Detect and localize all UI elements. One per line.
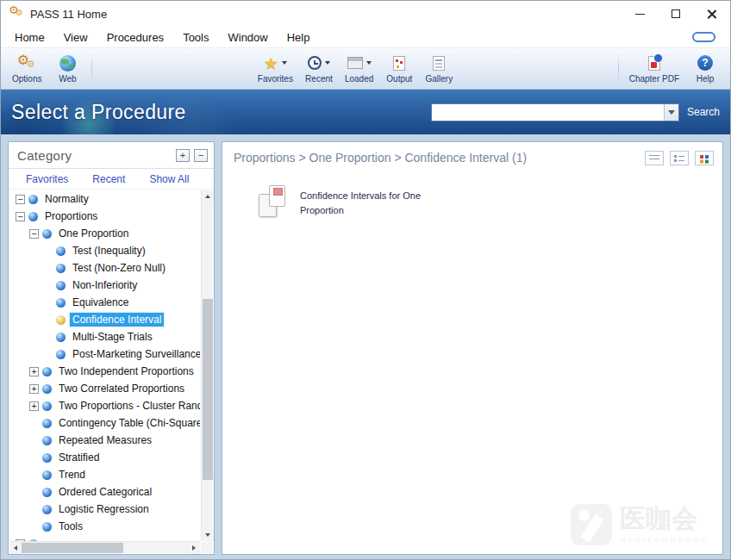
tree-item[interactable]: +Two Independent Proportions: [10, 363, 200, 380]
tree-item[interactable]: −Normality: [10, 190, 200, 208]
search-button[interactable]: Search: [687, 106, 720, 118]
tree-item-label[interactable]: Test (Inequality): [70, 244, 148, 258]
tab-show-all[interactable]: Show All: [149, 173, 189, 185]
tree-item[interactable]: Trend: [10, 466, 200, 483]
procedure-item[interactable]: Confidence Intervals for One Proportion: [259, 185, 436, 220]
procedure-document-icon: [259, 185, 288, 220]
close-button[interactable]: [694, 1, 730, 27]
tree-item-label[interactable]: Two Independent Proportions: [56, 364, 197, 378]
tree-item-label[interactable]: Confidence Interval: [70, 313, 164, 327]
category-title: Category: [17, 148, 172, 163]
toolbar-favorites-button[interactable]: ★ Favorites: [252, 51, 299, 86]
toolbar-loaded-button[interactable]: Loaded: [339, 51, 379, 86]
maximize-button[interactable]: [658, 1, 694, 27]
collapse-icon[interactable]: −: [29, 229, 39, 239]
collapse-all-button[interactable]: −: [194, 149, 208, 162]
toolbar-recent-button[interactable]: Recent: [299, 51, 339, 86]
tree-item[interactable]: −One Proportion: [10, 225, 200, 242]
tree-bullet-icon: [42, 470, 52, 480]
combo-dropdown-button[interactable]: [664, 104, 678, 121]
tree-item-label[interactable]: Repeated Measures: [56, 433, 154, 447]
collapse-icon[interactable]: −: [16, 195, 25, 204]
search-input[interactable]: [432, 104, 664, 121]
tree-item[interactable]: Test (Non-Zero Null): [10, 259, 200, 277]
menu-help[interactable]: Help: [278, 28, 320, 47]
menu-window[interactable]: Window: [218, 28, 277, 47]
toolbar-chapter-pdf-button[interactable]: Chapter PDF: [623, 51, 685, 86]
star-icon: ★: [264, 55, 278, 72]
details-view-button[interactable]: [645, 151, 664, 165]
tab-favorites[interactable]: Favorites: [26, 173, 68, 185]
expander-spacer: [43, 264, 53, 273]
tree-item-label[interactable]: Non-Inferiority: [70, 278, 140, 292]
tree-bullet-icon: [42, 453, 52, 463]
tree-item[interactable]: −Proportions: [10, 208, 200, 225]
dropdown-arrow-icon[interactable]: [325, 61, 330, 65]
tree-item[interactable]: Contingency Table (Chi-Square): [10, 414, 200, 432]
tree-item-label[interactable]: Test (Non-Zero Null): [70, 261, 168, 275]
toolbar-gallery-button[interactable]: Gallery: [419, 51, 459, 86]
menu-home[interactable]: Home: [5, 28, 54, 47]
tree-item[interactable]: Ordered Categorical: [10, 483, 200, 501]
toolbar-help-button[interactable]: ? Help: [685, 51, 725, 86]
page-title: Select a Procedure: [11, 101, 186, 124]
tree-item[interactable]: Confidence Interval: [10, 311, 200, 328]
tree-item-label[interactable]: Trend: [56, 468, 88, 482]
tree-item[interactable]: Test (Inequality): [10, 242, 200, 259]
tree-item[interactable]: Equivalence: [10, 294, 200, 311]
tree-item[interactable]: Stratified: [10, 449, 200, 466]
tree-item[interactable]: −: [10, 535, 200, 541]
tree-item[interactable]: Non-Inferiority: [10, 277, 200, 294]
tree-item-label[interactable]: Two Correlated Proportions: [56, 382, 187, 395]
tree-item[interactable]: Repeated Measures: [10, 432, 200, 449]
scroll-left-button[interactable]: [9, 542, 22, 554]
tree-item-label[interactable]: Stratified: [56, 451, 102, 464]
tree-item[interactable]: Logistic Regression: [10, 501, 200, 518]
dropdown-arrow-icon[interactable]: [366, 61, 372, 65]
expander-spacer: [29, 505, 39, 514]
menu-view[interactable]: View: [54, 28, 97, 47]
horizontal-scrollbar[interactable]: [9, 541, 200, 553]
tree-item-label[interactable]: One Proportion: [56, 227, 131, 240]
tree-item-label[interactable]: Tools: [56, 520, 85, 533]
dropdown-arrow-icon[interactable]: [282, 61, 287, 65]
toolbar-web-button[interactable]: Web: [47, 51, 87, 86]
vertical-scrollbar[interactable]: [201, 190, 213, 541]
search-combobox: [431, 103, 679, 121]
tree-bullet-icon: [56, 333, 66, 342]
tree-bullet-icon: [42, 522, 52, 532]
expand-icon[interactable]: +: [29, 367, 39, 376]
tree-item-label[interactable]: Normality: [42, 192, 91, 206]
tree-item-label[interactable]: Proportions: [42, 209, 100, 223]
tree-item-label[interactable]: Two Proportions - Cluster Random: [56, 399, 200, 413]
minimize-button[interactable]: [622, 1, 658, 27]
list-view-button[interactable]: [670, 151, 689, 165]
menu-tools[interactable]: Tools: [173, 28, 218, 47]
tree-item-label[interactable]: Ordered Categorical: [56, 485, 154, 499]
tree-item-label[interactable]: Contingency Table (Chi-Square): [56, 416, 200, 430]
tree-item[interactable]: Post-Marketing Surveillance: [10, 345, 200, 363]
tree-item-label[interactable]: Logistic Regression: [56, 502, 152, 516]
expand-all-button[interactable]: +: [176, 149, 190, 162]
scroll-down-button[interactable]: [202, 529, 214, 541]
expand-icon[interactable]: +: [29, 401, 39, 411]
tree-item-label[interactable]: Multi-Stage Trials: [70, 330, 155, 344]
icons-view-button[interactable]: [695, 151, 714, 165]
menu-procedures[interactable]: Procedures: [97, 28, 173, 47]
scroll-up-button[interactable]: [202, 190, 214, 202]
tree-item[interactable]: +Two Proportions - Cluster Random: [10, 397, 200, 414]
toolbar-separator: [618, 53, 619, 84]
tree-item[interactable]: Multi-Stage Trials: [10, 328, 200, 345]
tab-recent[interactable]: Recent: [92, 173, 125, 185]
collapse-icon[interactable]: −: [16, 212, 25, 221]
scroll-right-button[interactable]: [188, 542, 200, 554]
expand-icon[interactable]: +: [29, 384, 39, 394]
tree-item[interactable]: Tools: [10, 518, 200, 535]
tree-item-label[interactable]: Post-Marketing Surveillance: [70, 347, 200, 361]
tree-item-label[interactable]: Equivalence: [70, 296, 131, 309]
toolbar-output-button[interactable]: Output: [379, 51, 419, 86]
toolbar-options-button[interactable]: ⚙ ⚙ Options: [6, 51, 47, 86]
tree-item[interactable]: +Two Correlated Proportions: [10, 380, 200, 397]
horizontal-scrollbar-thumb[interactable]: [22, 543, 123, 553]
vertical-scrollbar-thumb[interactable]: [203, 299, 213, 480]
